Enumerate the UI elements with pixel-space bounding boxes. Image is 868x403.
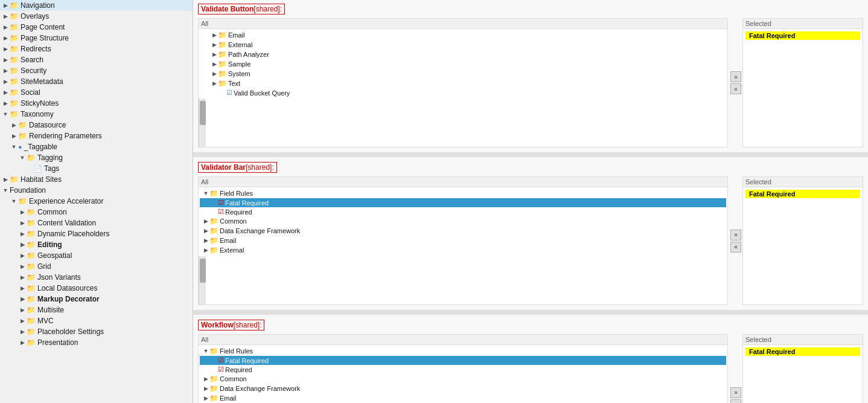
selected-badge-validator-bar-0[interactable]: Fatal Required <box>745 190 860 198</box>
tree-toggle[interactable]: ▶ <box>202 385 209 392</box>
sidebar-item-social[interactable]: ▶📁Social <box>0 87 193 98</box>
tree-toggle[interactable]: ▶ <box>202 247 209 253</box>
tree-toggle[interactable]: ▶ <box>211 32 218 38</box>
tree-item-validator-bar-6[interactable]: ▶📁External <box>200 245 726 255</box>
sidebar-item-geospatial[interactable]: ▶📁Geospatial <box>0 250 193 261</box>
tree-item-validator-bar-5[interactable]: ▶📁Email <box>200 236 726 245</box>
tree-toggle[interactable]: ▶ <box>202 218 209 224</box>
tree-item-validator-bar-0[interactable]: ▼📁Field Rules <box>200 189 726 198</box>
tree-item-validate-button-6[interactable]: ☑Valid Bucket Query <box>200 88 726 97</box>
tree-toggle[interactable]: ▼ <box>202 190 209 196</box>
sidebar-item-redirects[interactable]: ▶📁Redirects <box>0 44 193 54</box>
arrow-left-btn-validate-button[interactable]: « <box>730 83 741 94</box>
toggle-mvc[interactable]: ▶ <box>18 318 27 324</box>
toggle-common[interactable]: ▶ <box>18 209 27 215</box>
toggle-markup-decorator[interactable]: ▶ <box>18 296 27 302</box>
tree-toggle[interactable]: ▶ <box>211 61 218 67</box>
tree-item-validator-bar-4[interactable]: ▶📁Data Exchange Framework <box>200 226 726 236</box>
toggle-presentation[interactable]: ▶ <box>18 340 27 346</box>
sidebar-item-editing[interactable]: ▶📁Editing <box>0 239 193 250</box>
sidebar-item-habitat-sites[interactable]: ▶📁Habitat Sites <box>0 174 193 185</box>
tree-item-workflow-1[interactable]: ☑Fatal Required <box>200 356 726 365</box>
tree-item-validator-bar-2[interactable]: ☑Required <box>200 207 726 216</box>
sidebar-item-markup-decorator[interactable]: ▶📁Markup Decorator <box>0 294 193 305</box>
sidebar-item-content-validation[interactable]: ▶📁Content Validation <box>0 218 193 228</box>
tree-toggle[interactable]: ▶ <box>202 395 209 401</box>
toggle-json-variants[interactable]: ▶ <box>18 274 27 280</box>
toggle-content-validation[interactable]: ▶ <box>18 220 27 226</box>
sidebar-item-json-variants[interactable]: ▶📁Json Variants <box>0 272 193 283</box>
sidebar-item-experience-accelerator[interactable]: ▼📁Experience Accelerator <box>0 196 193 207</box>
toggle-editing[interactable]: ▶ <box>18 242 27 248</box>
sidebar-item-local-datasources[interactable]: ▶📁Local Datasources <box>0 283 193 294</box>
tree-item-validator-bar-3[interactable]: ▶📁Common <box>200 216 726 226</box>
toggle-search[interactable]: ▶ <box>1 57 10 63</box>
toggle-social[interactable]: ▶ <box>1 89 10 95</box>
selected-badge-validate-button-0[interactable]: Fatal Required <box>745 31 860 40</box>
tree-toggle[interactable]: ▶ <box>211 42 218 48</box>
toggle-geospatial[interactable]: ▶ <box>18 253 27 259</box>
toggle-rendering-params[interactable]: ▶ <box>10 133 18 139</box>
sidebar-item-navigation[interactable]: ▶📁Navigation <box>0 0 193 11</box>
sidebar-item-mvc[interactable]: ▶📁MVC <box>0 315 193 326</box>
toggle-experience-accelerator[interactable]: ▼ <box>10 198 18 204</box>
tree-item-workflow-4[interactable]: ▶📁Data Exchange Framework <box>200 384 726 393</box>
sidebar-item-overlays[interactable]: ▶📁Overlays <box>0 11 193 22</box>
sidebar-item-stickynotes[interactable]: ▶📁StickyNotes <box>0 98 193 109</box>
sidebar-item-rendering-params[interactable]: ▶📁Rendering Parameters <box>0 131 193 141</box>
toggle-taggable[interactable]: ▼ <box>10 144 18 150</box>
toggle-foundation[interactable]: ▼ <box>1 187 10 193</box>
toggle-habitat-sites[interactable]: ▶ <box>1 176 10 182</box>
tree-item-validate-button-1[interactable]: ▶📁External <box>200 40 726 50</box>
tree-toggle[interactable]: ▶ <box>202 228 209 234</box>
arrow-right-btn-workflow[interactable]: » <box>730 387 741 398</box>
sidebar-item-sitemetadata[interactable]: ▶📁SiteMetadata <box>0 76 193 87</box>
sidebar-item-tags[interactable]: 📄Tags <box>0 163 193 174</box>
tree-toggle[interactable]: ▶ <box>202 376 209 382</box>
sidebar-item-multisite[interactable]: ▶📁Multisite <box>0 305 193 315</box>
sidebar-item-taxonomy[interactable]: ▼📁Taxonomy <box>0 109 193 120</box>
tree-toggle[interactable]: ▶ <box>211 71 218 77</box>
tree-item-validate-button-5[interactable]: ▶📁Text <box>200 79 726 88</box>
sidebar-item-security[interactable]: ▶📁Security <box>0 65 193 76</box>
sidebar-item-presentation[interactable]: ▶📁Presentation <box>0 337 193 348</box>
tree-item-workflow-2[interactable]: ☑Required <box>200 365 726 374</box>
sidebar-item-page-content[interactable]: ▶📁Page Content <box>0 22 193 33</box>
scrollbar-validate-button[interactable] <box>199 98 206 147</box>
selected-badge-workflow-0[interactable]: Fatal Required <box>745 347 860 356</box>
sidebar-item-dynamic-placeholders[interactable]: ▶📁Dynamic Placeholders <box>0 228 193 239</box>
toggle-datasource[interactable]: ▶ <box>10 122 18 128</box>
arrow-right-btn-validate-button[interactable]: » <box>730 71 741 82</box>
tree-item-validate-button-3[interactable]: ▶📁Sample <box>200 59 726 69</box>
scrollbar-validator-bar[interactable] <box>199 256 206 305</box>
toggle-placeholder-settings[interactable]: ▶ <box>18 329 27 335</box>
toggle-page-content[interactable]: ▶ <box>1 24 10 30</box>
sidebar-item-search[interactable]: ▶📁Search <box>0 54 193 65</box>
tree-toggle[interactable]: ▶ <box>211 51 218 57</box>
arrow-left-btn-workflow[interactable]: « <box>730 399 741 404</box>
tree-toggle[interactable]: ▶ <box>211 80 218 86</box>
toggle-page-structure[interactable]: ▶ <box>1 35 10 41</box>
toggle-sitemetadata[interactable]: ▶ <box>1 79 10 85</box>
arrow-right-btn-validator-bar[interactable]: » <box>730 230 741 240</box>
toggle-stickynotes[interactable]: ▶ <box>1 100 10 106</box>
sidebar-item-placeholder-settings[interactable]: ▶📁Placeholder Settings <box>0 326 193 337</box>
toggle-taxonomy[interactable]: ▼ <box>1 111 10 117</box>
sidebar-item-page-structure[interactable]: ▶📁Page Structure <box>0 33 193 44</box>
tree-item-workflow-5[interactable]: ▶📁Email <box>200 393 726 403</box>
toggle-navigation[interactable]: ▶ <box>1 2 10 8</box>
toggle-local-datasources[interactable]: ▶ <box>18 285 27 291</box>
toggle-grid[interactable]: ▶ <box>18 263 27 269</box>
tree-item-validate-button-2[interactable]: ▶📁Path Analyzer <box>200 50 726 59</box>
tree-item-validate-button-4[interactable]: ▶📁System <box>200 69 726 79</box>
toggle-tagging[interactable]: ▼ <box>18 155 27 161</box>
toggle-multisite[interactable]: ▶ <box>18 307 27 313</box>
tree-item-validator-bar-1[interactable]: ☑Fatal Required <box>200 198 726 207</box>
tree-toggle[interactable]: ▼ <box>202 348 209 354</box>
tree-item-workflow-3[interactable]: ▶📁Common <box>200 374 726 384</box>
arrow-left-btn-validator-bar[interactable]: « <box>730 242 741 253</box>
toggle-overlays[interactable]: ▶ <box>1 13 10 19</box>
toggle-dynamic-placeholders[interactable]: ▶ <box>18 231 27 237</box>
sidebar-item-taggable[interactable]: ▼●_Taggable <box>0 141 193 152</box>
sidebar-item-foundation[interactable]: ▼Foundation <box>0 185 193 196</box>
